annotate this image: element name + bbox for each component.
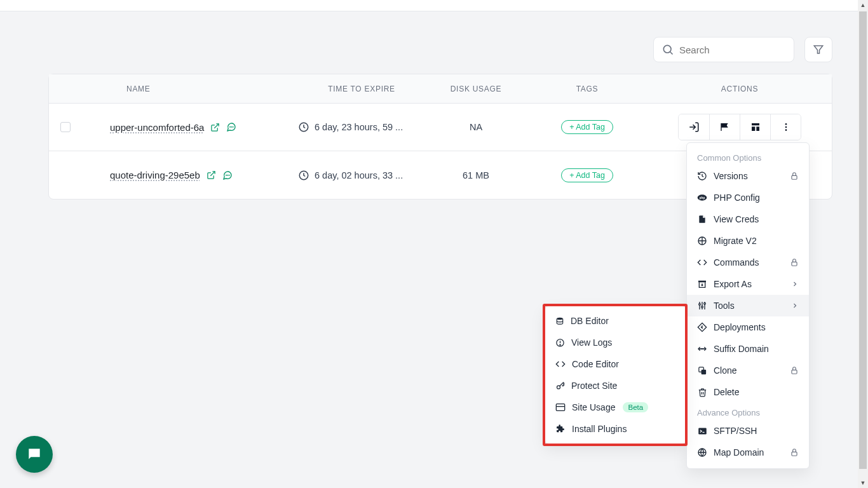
- svg-point-29: [702, 306, 703, 308]
- search-icon: [661, 43, 674, 56]
- key-icon: [555, 381, 565, 391]
- menu-section-common: Common Options: [687, 148, 809, 165]
- chevron-right-icon: [791, 280, 799, 288]
- svg-point-4: [230, 126, 231, 127]
- layout-action[interactable]: [740, 114, 770, 140]
- add-tag-button[interactable]: + Add Tag: [561, 168, 613, 182]
- submenu-db-editor[interactable]: DB Editor: [545, 310, 686, 332]
- login-icon: [688, 121, 700, 133]
- site-name-link[interactable]: upper-uncomforted-6a: [110, 122, 204, 133]
- submenu-code-editor[interactable]: Code Editor: [545, 353, 686, 375]
- lock-icon: [790, 448, 799, 457]
- comment-icon[interactable]: [226, 122, 236, 132]
- action-group: [678, 114, 801, 140]
- menu-clone[interactable]: Clone: [687, 360, 809, 381]
- toolbar: [48, 37, 832, 62]
- svg-point-12: [785, 123, 787, 125]
- chat-fab[interactable]: [16, 436, 53, 473]
- more-vertical-icon: [781, 122, 791, 132]
- sliders-icon: [697, 301, 707, 311]
- external-link-icon[interactable]: [207, 170, 216, 180]
- svg-rect-20: [792, 175, 797, 179]
- menu-versions[interactable]: Versions: [687, 165, 809, 187]
- menu-deployments[interactable]: Deployments: [687, 316, 809, 338]
- flag-icon: [720, 122, 730, 132]
- lock-icon: [790, 172, 799, 180]
- menu-map-domain[interactable]: Map Domain: [687, 442, 809, 463]
- top-bar: [0, 0, 868, 11]
- row-checkbox[interactable]: [60, 122, 71, 132]
- menu-suffix-domain[interactable]: Suffix Domain: [687, 338, 809, 360]
- add-tag-button[interactable]: + Add Tag: [561, 120, 613, 134]
- svg-rect-25: [698, 281, 706, 283]
- php-icon: php: [697, 193, 707, 203]
- menu-delete[interactable]: Delete: [687, 381, 809, 403]
- col-time: TIME TO EXPIRE: [298, 85, 425, 93]
- more-action[interactable]: [770, 114, 801, 140]
- search-input[interactable]: [679, 44, 800, 55]
- submenu-protect-site[interactable]: Protect Site: [545, 375, 686, 396]
- time-to-expire: 6 day, 02 hours, 33 ...: [315, 170, 403, 180]
- col-tags: TAGS: [527, 85, 648, 93]
- menu-migrate[interactable]: Migrate V2: [687, 230, 809, 252]
- submenu-site-usage[interactable]: Site Usage Beta: [545, 396, 686, 418]
- alert-icon: [555, 338, 565, 348]
- deploy-icon: [697, 322, 707, 332]
- scrollbar-thumb[interactable]: [859, 11, 867, 469]
- filter-icon: [813, 44, 824, 55]
- history-icon: [697, 171, 707, 181]
- beta-badge: Beta: [623, 402, 648, 412]
- comment-icon[interactable]: [222, 170, 233, 180]
- menu-sftp-ssh[interactable]: SFTP/SSH: [687, 420, 809, 442]
- migrate-icon: [697, 236, 707, 246]
- menu-export-as[interactable]: Export As: [687, 273, 809, 295]
- menu-php-config[interactable]: php PHP Config: [687, 187, 809, 208]
- search-box[interactable]: [653, 37, 794, 62]
- terminal-icon: [697, 426, 707, 436]
- chat-bubble-icon: [26, 446, 43, 463]
- disk-usage: NA: [425, 122, 527, 132]
- actions-menu: Common Options Versions php PHP Config V…: [686, 142, 810, 469]
- svg-point-43: [560, 344, 560, 345]
- chevron-right-icon: [791, 302, 799, 309]
- site-name-link[interactable]: quote-driving-29e5eb: [110, 170, 200, 180]
- time-to-expire: 6 day, 23 hours, 59 ...: [315, 122, 403, 132]
- swap-icon: [697, 344, 707, 354]
- svg-rect-36: [698, 428, 707, 434]
- flag-action[interactable]: [709, 114, 740, 140]
- svg-point-18: [229, 175, 229, 175]
- svg-point-13: [785, 126, 787, 128]
- disk-usage: 61 MB: [425, 170, 527, 180]
- svg-point-40: [557, 317, 562, 320]
- archive-icon: [697, 279, 707, 289]
- svg-rect-11: [756, 126, 759, 131]
- menu-view-creds[interactable]: View Creds: [687, 208, 809, 230]
- col-actions: ACTIONS: [648, 85, 832, 93]
- submenu-view-logs[interactable]: View Logs: [545, 332, 686, 353]
- code-icon: [697, 257, 707, 268]
- external-link-icon[interactable]: [210, 123, 220, 132]
- svg-line-15: [210, 172, 215, 176]
- scroll-down-icon[interactable]: ▼: [858, 478, 868, 488]
- puzzle-icon: [555, 424, 566, 434]
- login-action[interactable]: [679, 114, 709, 140]
- submenu-install-plugins[interactable]: Install Plugins: [545, 418, 686, 440]
- scrollbar[interactable]: ▲ ▼: [858, 0, 868, 488]
- svg-line-3: [215, 123, 219, 128]
- filter-button[interactable]: [804, 37, 832, 62]
- lock-icon: [790, 258, 799, 267]
- svg-rect-9: [752, 123, 759, 125]
- lock-icon: [790, 366, 799, 375]
- trash-icon: [697, 387, 707, 397]
- svg-rect-45: [556, 404, 564, 411]
- menu-commands[interactable]: Commands: [687, 252, 809, 273]
- svg-text:php: php: [700, 196, 705, 200]
- svg-marker-2: [814, 46, 823, 53]
- copy-icon: [697, 365, 707, 376]
- svg-line-1: [670, 52, 673, 55]
- menu-tools[interactable]: Tools: [687, 295, 809, 316]
- svg-rect-10: [752, 126, 755, 131]
- svg-rect-24: [792, 262, 797, 266]
- svg-point-16: [226, 175, 226, 175]
- scroll-up-icon[interactable]: ▲: [858, 0, 868, 10]
